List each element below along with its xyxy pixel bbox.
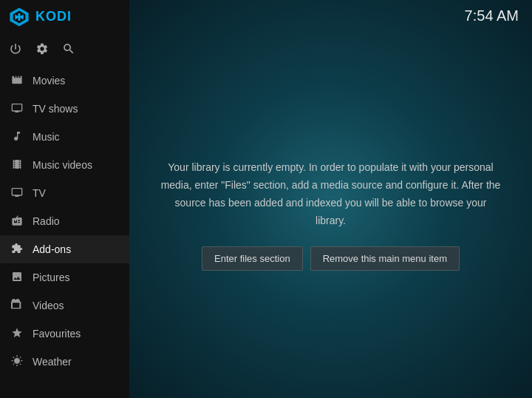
music-icon [9, 130, 25, 144]
sidebar-item-tv-shows-label: TV shows [33, 103, 78, 115]
clock-display: 7:54 AM [465, 7, 519, 24]
svg-rect-4 [18, 13, 21, 21]
top-bar: 7:54 AM [129, 0, 532, 32]
sidebar-item-music-videos[interactable]: Music videos [0, 151, 129, 179]
empty-library-message: Your library is currently empty. In orde… [159, 159, 502, 229]
sidebar-header: KODI [0, 0, 129, 33]
sidebar-item-tv-shows[interactable]: TV shows [0, 95, 129, 123]
tv-icon [9, 186, 25, 200]
sidebar-item-movies-label: Movies [33, 75, 65, 87]
sidebar-utility-icons [0, 33, 129, 67]
videos-icon [9, 299, 25, 313]
sidebar-item-pictures[interactable]: Pictures [0, 263, 129, 291]
search-icon[interactable] [62, 42, 75, 58]
sidebar-item-tv[interactable]: TV [0, 179, 129, 207]
remove-menu-item-button[interactable]: Remove this main menu item [310, 246, 460, 271]
content-area: Your library is currently empty. In orde… [129, 32, 532, 398]
settings-icon[interactable] [35, 42, 49, 58]
sidebar-item-radio[interactable]: Radio [0, 207, 129, 235]
action-buttons: Enter files section Remove this main men… [202, 246, 460, 271]
sidebar-item-videos[interactable]: Videos [0, 291, 129, 320]
power-icon[interactable] [9, 42, 22, 58]
app-title: KODI [35, 9, 72, 24]
sidebar-item-add-ons-label: Add-ons [33, 243, 71, 255]
pictures-icon [9, 271, 25, 285]
sidebar-item-music-label: Music [33, 131, 60, 143]
sidebar-item-favourites[interactable]: Favourites [0, 320, 129, 348]
sidebar-item-music[interactable]: Music [0, 123, 129, 151]
sidebar-item-movies[interactable]: Movies [0, 67, 129, 95]
sidebar-nav: Movies TV shows Music Music videos TV [0, 67, 129, 398]
sidebar-item-add-ons[interactable]: Add-ons [0, 235, 129, 263]
sidebar-item-weather[interactable]: Weather [0, 348, 129, 376]
music-videos-icon [9, 158, 25, 172]
weather-icon [9, 355, 25, 369]
movies-icon [9, 74, 25, 88]
sidebar-item-tv-label: TV [33, 187, 46, 199]
sidebar-item-videos-label: Videos [33, 300, 64, 311]
sidebar-item-weather-label: Weather [33, 356, 72, 368]
sidebar-item-radio-label: Radio [33, 215, 60, 227]
sidebar-item-music-videos-label: Music videos [33, 159, 92, 171]
sidebar: KODI Movies [0, 0, 129, 398]
radio-icon [9, 215, 25, 229]
enter-files-button[interactable]: Enter files section [202, 246, 303, 271]
main-content: 7:54 AM Your library is currently empty.… [129, 0, 532, 398]
kodi-logo-icon [9, 7, 30, 27]
sidebar-item-favourites-label: Favourites [33, 328, 81, 340]
tv-shows-icon [9, 102, 25, 116]
sidebar-item-pictures-label: Pictures [33, 271, 70, 283]
add-ons-icon [9, 243, 25, 257]
favourites-icon [9, 327, 25, 341]
